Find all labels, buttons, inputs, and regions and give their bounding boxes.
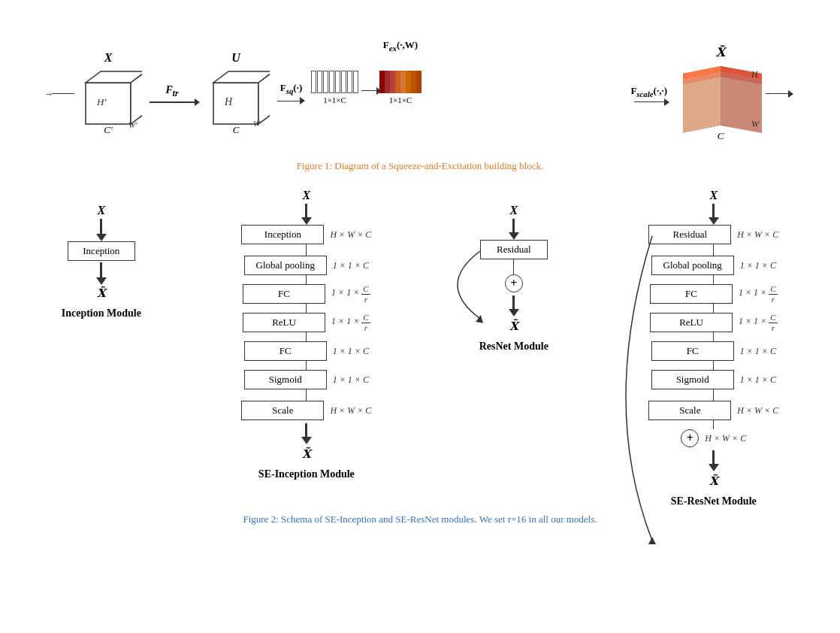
figure2: X Inception X̃ Inception Module X: [15, 189, 825, 525]
c-label: C: [233, 124, 240, 136]
fex-label: Fex(·,W): [383, 39, 418, 53]
inception-module-title: Inception Module: [62, 307, 141, 320]
ftr-label: Ftr: [165, 84, 178, 98]
inception-module: X Inception X̃ Inception Module: [62, 204, 141, 320]
se-fc2-dim: 1 × 1 × C: [333, 346, 369, 357]
se-inception-hwc: H × W × C: [330, 229, 371, 241]
dim1-label: 1×1×C: [323, 95, 346, 104]
cube-u: U H W C: [202, 51, 270, 136]
cube-x: X H′ W′ C′: [74, 51, 142, 136]
resnet-bypass-curve: [443, 240, 480, 330]
resnet-plus: +: [505, 274, 523, 292]
fig1-top-row: → X H′ W′ C′: [52, 15, 788, 157]
svg-marker-17: [683, 77, 721, 133]
se-resnet-fc2: FC: [651, 341, 734, 361]
fig1-diagram: → X H′ W′ C′: [52, 15, 788, 157]
se-resnet-scale-dim: H × W × C: [737, 405, 778, 416]
se-resnet-xtilde: X̃: [709, 474, 718, 488]
se-inception-box: Inception: [241, 225, 324, 244]
svg-text:W′: W′: [128, 120, 137, 129]
se-resnet-hwc: H × W × C: [737, 229, 778, 241]
svg-text:H: H: [224, 96, 233, 108]
se-gp-dim: 1 × 1 × C: [333, 260, 369, 271]
se-sig-dim: 1 × 1 × C: [333, 374, 369, 386]
cube-x-svg: H′ W′: [74, 68, 142, 132]
dim2-label: 1×1×C: [389, 95, 412, 104]
fscale-label: Fscale(·,·): [630, 85, 667, 98]
output-stack-svg: H W: [679, 62, 762, 134]
inception-x-arrow: X: [96, 204, 107, 241]
se-inception-module: X Inception H × W × C Global pooling 1 ×…: [241, 189, 371, 480]
fig1-caption: Figure 1: Diagram of a Squeeze-and-Excit…: [297, 160, 544, 172]
fig2-diagrams: X Inception X̃ Inception Module X: [15, 189, 825, 507]
svg-marker-5: [213, 83, 258, 124]
se-fc1: FC: [243, 284, 325, 304]
se-resnet-bypass-curve: [607, 225, 652, 586]
se-resnet-residual: Residual: [648, 225, 731, 244]
se-scale: Scale: [241, 401, 324, 420]
se-inception-title: SE-Inception Module: [258, 468, 355, 480]
se-resnet-title: SE-ResNet Module: [671, 495, 757, 507]
se-resnet-plus: +: [681, 429, 699, 447]
cube-u-svg: H W: [202, 68, 270, 132]
u-label: U: [231, 51, 240, 65]
resnet-residual-box: Residual: [480, 240, 548, 259]
resnet-xbar: X̄: [509, 320, 518, 333]
fsq-label: Fsq(·): [280, 82, 303, 95]
svg-text:H: H: [751, 69, 759, 80]
svg-marker-22: [648, 537, 656, 544]
se-inception-xtilde: X̃: [302, 447, 311, 461]
fig2-caption: Figure 2: Schema of SE-Inception and SE-…: [243, 513, 597, 525]
inception-x-label: X: [97, 204, 105, 217]
resnet-module: X Residual + X̄: [479, 204, 548, 353]
se-global-pool: Global pooling: [244, 256, 327, 275]
inception-box: Inception: [68, 241, 135, 261]
svg-text:W: W: [253, 119, 261, 128]
figure1: → X H′ W′ C′: [15, 15, 825, 172]
svg-text:W: W: [751, 119, 760, 129]
inception-xtilde: X̃: [97, 286, 106, 300]
se-inception-inception-row: Inception H × W × C: [241, 225, 371, 244]
x-label: X: [104, 51, 113, 65]
se-resnet-sigmoid: Sigmoid: [651, 370, 734, 389]
xtilde-label: X̃: [716, 45, 725, 59]
svg-marker-0: [86, 83, 131, 124]
output-stack: X̃ H W C: [679, 45, 762, 142]
c-right-label: C: [718, 130, 724, 142]
se-scale-dim: H × W × C: [330, 405, 371, 416]
c-prime-label: C′: [104, 124, 113, 136]
se-resnet-plus-dim: H × W × C: [705, 433, 746, 444]
se-fc2: FC: [244, 341, 327, 361]
se-resnet-fc1: FC: [650, 284, 733, 304]
se-resnet-scale: Scale: [648, 401, 731, 420]
resnet-module-title: ResNet Module: [479, 341, 548, 353]
se-resnet-module: X Residual H × W × C: [648, 189, 778, 507]
se-sigmoid: Sigmoid: [244, 370, 327, 389]
svg-text:H′: H′: [96, 96, 106, 108]
se-resnet-gp: Global pooling: [651, 256, 734, 275]
se-resnet-relu: ReLU: [650, 313, 733, 332]
se-relu: ReLU: [243, 313, 325, 332]
